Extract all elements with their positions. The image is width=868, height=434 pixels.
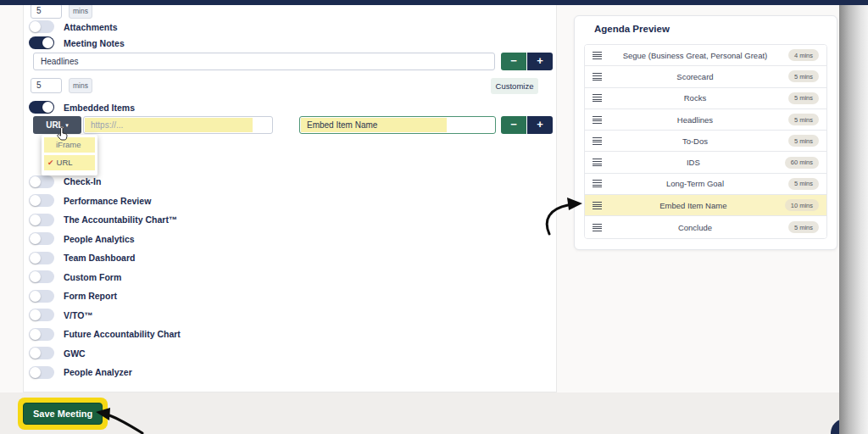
bottom-background bbox=[0, 392, 868, 434]
dropdown-item-iframe[interactable]: iFrame bbox=[44, 137, 95, 153]
agenda-item-duration-badge: 5 mins bbox=[788, 135, 819, 147]
attachments-toggle[interactable] bbox=[29, 20, 54, 33]
feature-toggle-row: Performance Review bbox=[29, 192, 300, 211]
input-placeholder: https://... bbox=[91, 117, 123, 133]
feature-toggle-row: GWC bbox=[29, 344, 300, 364]
feature-toggle-label: Check-In bbox=[64, 176, 101, 186]
feature-toggle-row: People Analytics bbox=[29, 230, 300, 249]
feature-toggle-row: The Accountability Chart™ bbox=[29, 210, 300, 230]
drag-handle-icon[interactable] bbox=[593, 159, 602, 166]
duration-value: 5 bbox=[36, 81, 42, 90]
agenda-row[interactable]: Embed Item Name 10 mins bbox=[585, 195, 826, 216]
meeting-notes-duration-input[interactable]: 5 bbox=[31, 78, 62, 93]
meeting-notes-name-input[interactable]: Headlines bbox=[33, 53, 495, 70]
drag-handle-icon[interactable] bbox=[593, 73, 602, 81]
feature-toggle-switch[interactable] bbox=[29, 309, 54, 321]
feature-toggle-switch[interactable] bbox=[29, 194, 54, 207]
agenda-row[interactable]: Headlines 5 mins bbox=[585, 109, 826, 131]
feature-toggle-label: People Analyzer bbox=[64, 367, 132, 377]
input-placeholder: Embed Item Name bbox=[307, 117, 377, 133]
input-value: Headlines bbox=[41, 53, 78, 70]
agenda-item-name: Rocks bbox=[602, 93, 788, 103]
customize-button[interactable]: Customize bbox=[491, 78, 538, 94]
meeting-notes-row: Meeting Notes bbox=[29, 36, 125, 49]
drag-handle-icon[interactable] bbox=[593, 224, 602, 231]
toggle-knob bbox=[30, 176, 41, 187]
agenda-item-name: Long-Term Goal bbox=[602, 179, 788, 188]
feature-toggle-switch[interactable] bbox=[29, 214, 54, 226]
agenda-row[interactable]: Scorecard 5 mins bbox=[585, 66, 826, 87]
agenda-item-list: Segue (Business Great, Personal Great) 4… bbox=[584, 44, 827, 239]
duration-input-top[interactable]: 5 bbox=[31, 3, 62, 19]
feature-toggle-switch[interactable] bbox=[29, 347, 54, 359]
dropdown-item-url[interactable]: ✔URL bbox=[44, 155, 95, 170]
toggle-knob bbox=[42, 37, 53, 48]
toggle-knob bbox=[30, 253, 41, 264]
toggle-knob bbox=[30, 348, 41, 359]
plus-button[interactable]: + bbox=[527, 53, 553, 70]
feature-toggle-switch[interactable] bbox=[29, 366, 54, 379]
dropdown-item-label: URL bbox=[57, 158, 73, 167]
meeting-notes-duration-unit: mins bbox=[69, 78, 92, 93]
embed-name-input[interactable]: Embed Item Name bbox=[299, 116, 496, 134]
feature-toggle-row: Custom Form bbox=[29, 268, 300, 287]
embed-stepper: − + bbox=[501, 116, 553, 134]
agenda-item-duration-badge: 5 mins bbox=[788, 114, 819, 125]
agenda-row[interactable]: Long-Term Goal 5 mins bbox=[585, 174, 826, 195]
top-navy-bar bbox=[0, 0, 868, 5]
meeting-notes-toggle[interactable] bbox=[29, 36, 54, 49]
feature-toggle-label: Team Dashboard bbox=[64, 253, 135, 263]
agenda-row[interactable]: To-Dos 5 mins bbox=[585, 131, 826, 152]
feature-toggle-label: Form Report bbox=[64, 291, 117, 301]
agenda-row[interactable]: IDS 60 mins bbox=[585, 152, 826, 173]
toggle-knob bbox=[30, 195, 41, 206]
drag-handle-icon[interactable] bbox=[593, 116, 602, 124]
agenda-item-duration-badge: 5 mins bbox=[788, 70, 819, 82]
embed-url-input[interactable]: https://... bbox=[83, 116, 273, 134]
toggle-knob bbox=[42, 102, 53, 113]
drag-handle-icon[interactable] bbox=[593, 94, 602, 102]
agenda-row[interactable]: Rocks 5 mins bbox=[585, 88, 826, 109]
drag-handle-icon[interactable] bbox=[593, 137, 602, 145]
save-meeting-button[interactable]: Save Meeting bbox=[23, 403, 103, 425]
feature-toggle-switch[interactable] bbox=[29, 252, 54, 264]
toggle-knob bbox=[30, 309, 41, 320]
minus-button[interactable]: − bbox=[501, 116, 526, 134]
embed-type-dropdown-menu: iFrame ✔URL bbox=[42, 135, 97, 175]
toggle-knob bbox=[30, 329, 41, 340]
agenda-item-name: Scorecard bbox=[602, 72, 788, 81]
feature-toggle-switch[interactable] bbox=[29, 290, 54, 303]
drag-handle-icon[interactable] bbox=[593, 52, 602, 59]
feature-toggle-label: Performance Review bbox=[64, 196, 151, 206]
feature-toggle-switch[interactable] bbox=[29, 232, 54, 245]
attachments-row: Attachments bbox=[29, 20, 118, 33]
agenda-item-name: Headlines bbox=[602, 115, 788, 125]
drag-handle-icon[interactable] bbox=[593, 202, 602, 209]
agenda-row[interactable]: Segue (Business Great, Personal Great) 4… bbox=[585, 45, 826, 66]
feature-toggle-switch[interactable] bbox=[29, 328, 54, 341]
embedded-items-toggle[interactable] bbox=[29, 101, 54, 114]
toggle-knob bbox=[30, 21, 41, 32]
feature-toggle-row: V/TO™ bbox=[29, 306, 300, 326]
agenda-preview-card: Agenda Preview Segue (Business Great, Pe… bbox=[574, 15, 837, 250]
duration-unit-top: mins bbox=[69, 3, 92, 19]
minus-button[interactable]: − bbox=[501, 53, 526, 70]
agenda-item-name: Segue (Business Great, Personal Great) bbox=[602, 51, 788, 60]
feature-toggle-label: V/TO™ bbox=[64, 310, 93, 320]
drag-handle-icon[interactable] bbox=[593, 180, 602, 187]
feature-toggle-switch[interactable] bbox=[29, 175, 54, 188]
plus-button[interactable]: + bbox=[527, 116, 553, 134]
check-icon: ✔ bbox=[47, 159, 54, 167]
feature-toggle-label: The Accountability Chart™ bbox=[64, 214, 177, 225]
meeting-notes-label: Meeting Notes bbox=[64, 38, 125, 48]
toggle-knob bbox=[30, 214, 41, 225]
feature-toggle-switch[interactable] bbox=[29, 270, 54, 283]
feature-toggle-label: People Analytics bbox=[64, 234, 135, 244]
agenda-row[interactable]: Conclude 5 mins bbox=[585, 216, 826, 237]
agenda-item-duration-badge: 5 mins bbox=[788, 221, 819, 233]
feature-toggle-label: Custom Form bbox=[64, 272, 121, 282]
feature-toggle-label: Future Accountability Chart bbox=[64, 329, 181, 339]
toggle-knob bbox=[30, 233, 41, 244]
save-button-highlight-annotation: Save Meeting bbox=[18, 398, 108, 430]
feature-toggle-label: GWC bbox=[64, 348, 86, 359]
